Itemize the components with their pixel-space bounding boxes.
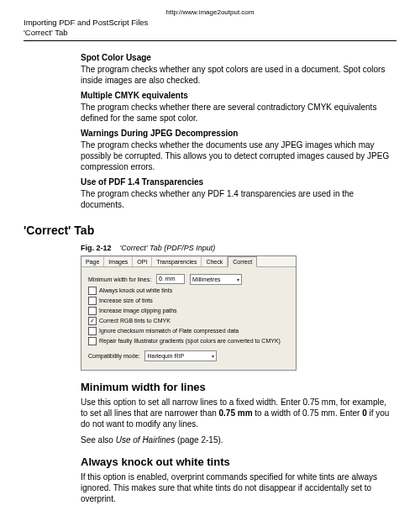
tab-page[interactable]: Page [81,256,104,266]
tab-images[interactable]: Images [104,256,133,266]
section-cmyk-title: Multiple CMYK equivalents [81,91,393,100]
tab-check[interactable]: Check [202,256,228,266]
figure-number: Fig. 2-12 [81,244,112,252]
compat-mode-label: Compatibility mode: [88,353,139,359]
section-spot-title: Spot Color Usage [81,53,393,62]
figure-caption: Fig. 2-12 'Correct' Tab (PDF/PS Input) [81,244,393,252]
correct-dialog: Page Images OPI Transparencies Check Cor… [81,255,297,371]
header-line-2: 'Correct' Tab [24,28,396,38]
section-jpeg-title: Warnings During JPEG Decompression [81,129,393,138]
tab-correct[interactable]: Correct [228,256,257,267]
header-line-1: Importing PDF and PostScript Files [24,18,396,28]
checkbox-repair-gradients[interactable] [88,337,97,345]
checkbox-ignore-checksum-label: Ignore checksum mismatch of Flate compre… [99,328,239,334]
heading-correct-tab: 'Correct' Tab [24,224,396,237]
section-pdftrans-title: Use of PDF 1.4 Transparencies [81,177,393,187]
figure-desc: 'Correct' Tab (PDF/PS Input) [120,244,216,252]
page-header: Importing PDF and PostScript Files 'Corr… [24,18,396,41]
compat-mode-value: Harlequin RIP [147,353,184,359]
checkbox-increase-clipping-label: Increase image clipping paths [99,308,177,313]
checkbox-increase-tints[interactable] [88,297,97,305]
checkbox-knockout-white-label: Always knock out white tints [99,287,172,293]
tab-opi[interactable]: OPI [133,256,152,266]
min-width-label: Minimum width for lines: [88,276,151,282]
checkbox-ignore-checksum[interactable] [88,327,97,335]
checkbox-knockout-white[interactable] [88,287,97,295]
min-width-paragraph: Use this option to set all narrow lines … [81,397,393,429]
chevron-down-icon: ▾ [212,353,214,359]
knockout-body: If this option is enabled, overprint com… [81,471,393,504]
min-width-unit-value: Millimetres [192,276,220,282]
heading-min-width: Minimum width for lines [81,381,393,393]
section-jpeg-body: The program checks whether the documents… [81,140,393,172]
heading-knockout: Always knock out white tints [81,455,393,468]
checkbox-increase-clipping[interactable] [88,307,97,315]
section-spot-body: The program checks whether any spot colo… [81,64,393,86]
checkbox-rgb-to-cmyk[interactable]: ✓ [88,317,97,325]
dialog-tabs: Page Images OPI Transparencies Check Cor… [81,256,296,267]
min-width-seealso: See also Use of Hairlines (page 2-15). [81,434,393,445]
chevron-down-icon: ▾ [237,276,239,282]
min-width-unit-select[interactable]: Millimetres ▾ [190,274,242,285]
checkbox-increase-tints-label: Increase size of tints [99,297,153,303]
checkbox-repair-gradients-label: Repair faulty Illustrator gradients (spo… [99,338,281,344]
section-cmyk-body: The program checks whether there are sev… [81,102,393,124]
checkbox-rgb-to-cmyk-label: Correct RGB tints to CMYK [99,318,171,324]
section-pdftrans-body: The program checks whether any PDF 1.4 t… [81,188,393,210]
min-width-input[interactable]: 0. mm [156,274,185,284]
link-use-of-hairlines[interactable]: Use of Hairlines [116,435,176,445]
tab-transparencies[interactable]: Transparencies [152,256,202,266]
compat-mode-select[interactable]: Harlequin RIP ▾ [144,350,217,361]
top-url: http://www.image2output.com [24,8,396,16]
